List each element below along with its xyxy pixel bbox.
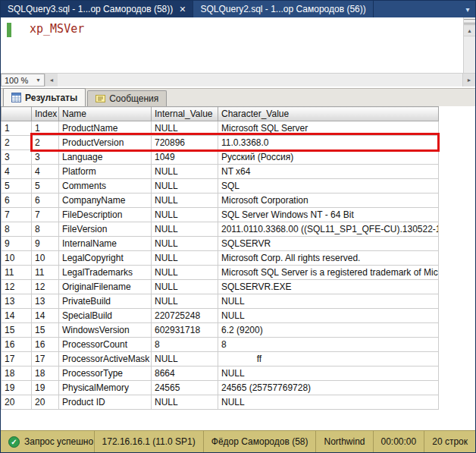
cell-internal-value[interactable]: NULL — [152, 352, 218, 366]
cell-index[interactable]: 7 — [32, 208, 59, 222]
cell-name[interactable]: ProcessorActiveMask — [59, 352, 152, 366]
cell-name[interactable]: Product ID — [59, 395, 152, 410]
row-header-cell[interactable]: 1 — [2, 121, 32, 136]
row-header-cell[interactable]: 16 — [2, 338, 32, 352]
cell-character-value[interactable]: NULL — [218, 366, 439, 381]
cell-index[interactable]: 14 — [32, 309, 59, 323]
cell-name[interactable]: PrivateBuild — [59, 294, 152, 309]
tab-list-chevron-icon[interactable]: ▾ — [460, 1, 475, 17]
horizontal-scrollbar[interactable]: ◄ ► — [45, 74, 475, 87]
column-header-character-value[interactable]: Character_Value — [218, 107, 439, 121]
scroll-left-icon[interactable]: ◄ — [45, 74, 58, 87]
tab-results[interactable]: Результаты — [3, 88, 86, 106]
cell-internal-value[interactable]: NULL — [152, 193, 218, 208]
cell-internal-value[interactable]: 602931718 — [152, 323, 218, 338]
cell-name[interactable]: WindowsVersion — [59, 323, 152, 338]
cell-name[interactable]: ProcessorCount — [59, 338, 152, 352]
cell-index[interactable]: 1 — [32, 121, 59, 136]
grid-corner-cell[interactable] — [2, 107, 32, 121]
column-header-name[interactable]: Name — [59, 107, 152, 121]
row-header-cell[interactable]: 2 — [2, 136, 32, 150]
row-header-cell[interactable]: 8 — [2, 222, 32, 237]
cell-character-value[interactable]: Microsoft Corp. All rights reserved. — [218, 251, 439, 266]
row-header-cell[interactable]: 18 — [2, 366, 32, 381]
cell-name[interactable]: Comments — [59, 179, 152, 193]
cell-character-value[interactable]: 24565 (25757769728) — [218, 381, 439, 395]
cell-name[interactable]: ProcessorType — [59, 366, 152, 381]
row-header-cell[interactable]: 19 — [2, 381, 32, 395]
cell-name[interactable]: ProductName — [59, 121, 152, 136]
cell-index[interactable]: 12 — [32, 280, 59, 294]
sql-code-text[interactable]: xp_MSVer — [30, 22, 84, 36]
cell-character-value[interactable]: SQL — [218, 179, 439, 193]
row-header-cell[interactable]: 13 — [2, 294, 32, 309]
row-header-cell[interactable]: 10 — [2, 251, 32, 266]
row-header-cell[interactable]: 3 — [2, 150, 32, 165]
cell-name[interactable]: CompanyName — [59, 193, 152, 208]
cell-character-value[interactable]: SQL Server Windows NT - 64 Bit — [218, 208, 439, 222]
cell-index[interactable]: 5 — [32, 179, 59, 193]
cell-internal-value[interactable]: NULL — [152, 266, 218, 280]
cell-index[interactable]: 2 — [32, 136, 59, 150]
cell-internal-value[interactable]: NULL — [152, 222, 218, 237]
cell-internal-value[interactable]: 220725248 — [152, 309, 218, 323]
cell-name[interactable]: SpecialBuild — [59, 309, 152, 323]
cell-character-value[interactable]: Русский (Россия) — [218, 150, 439, 165]
cell-index[interactable]: 20 — [32, 395, 59, 410]
cell-character-value[interactable]: 2011.0110.3368.00 ((SQL11_SP1_QFE-CU).13… — [218, 222, 439, 237]
cell-index[interactable]: 10 — [32, 251, 59, 266]
cell-name[interactable]: Language — [59, 150, 152, 165]
tab-sqlquery3[interactable]: SQLQuery3.sql - 1...ор Самородов (58)) ✕ — [1, 1, 193, 17]
query-editor[interactable]: xp_MSVer ▲ — [1, 17, 475, 73]
cell-character-value[interactable]: 6.2 (9200) — [218, 323, 439, 338]
row-header-cell[interactable]: 14 — [2, 309, 32, 323]
cell-internal-value[interactable]: NULL — [152, 251, 218, 266]
cell-index[interactable]: 4 — [32, 165, 59, 179]
cell-character-value[interactable]: 11.0.3368.0 — [218, 136, 439, 150]
column-header-internal-value[interactable]: Internal_Value — [152, 107, 218, 121]
cell-internal-value[interactable]: 720896 — [152, 136, 218, 150]
cell-index[interactable]: 11 — [32, 266, 59, 280]
scroll-right-icon[interactable]: ► — [462, 74, 475, 87]
row-header-cell[interactable]: 12 — [2, 280, 32, 294]
column-header-index[interactable]: Index — [32, 107, 59, 121]
cell-internal-value[interactable]: 8 — [152, 338, 218, 352]
tab-sqlquery2[interactable]: SQLQuery2.sql - 1...ор Самородов (56)) — [193, 1, 373, 17]
cell-index[interactable]: 15 — [32, 323, 59, 338]
row-header-cell[interactable]: 15 — [2, 323, 32, 338]
cell-name[interactable]: LegalTrademarks — [59, 266, 152, 280]
cell-internal-value[interactable]: NULL — [152, 395, 218, 410]
close-icon[interactable]: ✕ — [179, 5, 186, 14]
row-header-cell[interactable]: 17 — [2, 352, 32, 366]
cell-name[interactable]: Platform — [59, 165, 152, 179]
cell-character-value[interactable]: 8 — [218, 338, 439, 352]
cell-character-value[interactable]: NULL — [218, 395, 439, 410]
cell-character-value[interactable]: NULL — [218, 309, 439, 323]
cell-character-value[interactable]: Microsoft SQL Server — [218, 121, 439, 136]
cell-internal-value[interactable]: 8664 — [152, 366, 218, 381]
cell-index[interactable]: 3 — [32, 150, 59, 165]
cell-name[interactable]: InternalName — [59, 237, 152, 251]
row-header-cell[interactable]: 11 — [2, 266, 32, 280]
cell-index[interactable]: 13 — [32, 294, 59, 309]
cell-index[interactable]: 9 — [32, 237, 59, 251]
row-header-cell[interactable]: 5 — [2, 179, 32, 193]
cell-internal-value[interactable]: NULL — [152, 165, 218, 179]
cell-internal-value[interactable]: 24565 — [152, 381, 218, 395]
cell-name[interactable]: LegalCopyright — [59, 251, 152, 266]
cell-internal-value[interactable]: NULL — [152, 208, 218, 222]
cell-internal-value[interactable]: NULL — [152, 121, 218, 136]
cell-index[interactable]: 18 — [32, 366, 59, 381]
cell-character-value[interactable]: Microsoft SQL Server is a registered tra… — [218, 266, 439, 280]
cell-internal-value[interactable]: NULL — [152, 237, 218, 251]
zoom-select[interactable]: 100 % ▼ — [1, 74, 45, 87]
row-header-cell[interactable]: 6 — [2, 193, 32, 208]
editor-vertical-scrollbar[interactable]: ▲ — [463, 17, 475, 73]
cell-index[interactable]: 8 — [32, 222, 59, 237]
row-header-cell[interactable]: 9 — [2, 237, 32, 251]
cell-name[interactable]: ProductVersion — [59, 136, 152, 150]
cell-character-value[interactable]: SQLSERVR.EXE — [218, 280, 439, 294]
cell-name[interactable]: PhysicalMemory — [59, 381, 152, 395]
scrollbar-track[interactable] — [58, 74, 462, 87]
scroll-up-icon[interactable]: ▲ — [464, 25, 475, 36]
